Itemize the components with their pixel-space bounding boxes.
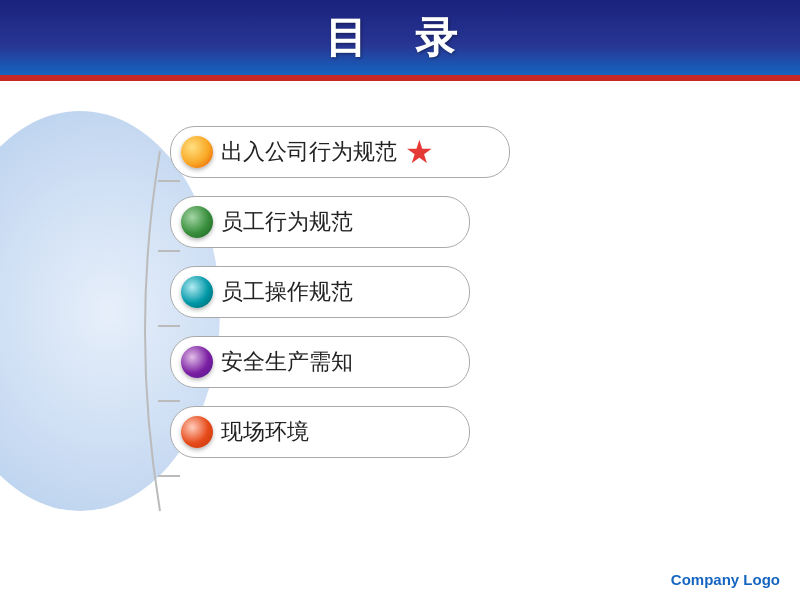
main-content: 出入公司行为规范 ★ 员工行为规范 员工操作规范 安全生产需知 — [0, 81, 800, 600]
item-text-3: 员工操作规范 — [221, 277, 353, 307]
bullet-cyan-icon — [181, 276, 213, 308]
item-box-5: 现场环境 — [170, 406, 470, 458]
company-logo: Company Logo — [671, 571, 780, 588]
menu-item-1[interactable]: 出入公司行为规范 ★ — [170, 126, 510, 178]
bullet-purple-icon — [181, 346, 213, 378]
item-box-3: 员工操作规范 — [170, 266, 470, 318]
menu-list: 出入公司行为规范 ★ 员工行为规范 员工操作规范 安全生产需知 — [170, 126, 510, 458]
header: 目 录 — [0, 0, 800, 75]
menu-item-4[interactable]: 安全生产需知 — [170, 336, 510, 388]
menu-item-3[interactable]: 员工操作规范 — [170, 266, 510, 318]
item-text-4: 安全生产需知 — [221, 347, 353, 377]
page-title: 目 录 — [325, 10, 475, 66]
menu-item-2[interactable]: 员工行为规范 — [170, 196, 510, 248]
item-text-2: 员工行为规范 — [221, 207, 353, 237]
item-box-4: 安全生产需知 — [170, 336, 470, 388]
bullet-orange-icon — [181, 416, 213, 448]
item-box-1: 出入公司行为规范 ★ — [170, 126, 510, 178]
item-text-1: 出入公司行为规范 — [221, 137, 397, 167]
star-icon: ★ — [405, 136, 434, 168]
bullet-green-icon — [181, 206, 213, 238]
bullet-gold-icon — [181, 136, 213, 168]
menu-item-5[interactable]: 现场环境 — [170, 406, 510, 458]
item-text-5: 现场环境 — [221, 417, 309, 447]
item-box-2: 员工行为规范 — [170, 196, 470, 248]
